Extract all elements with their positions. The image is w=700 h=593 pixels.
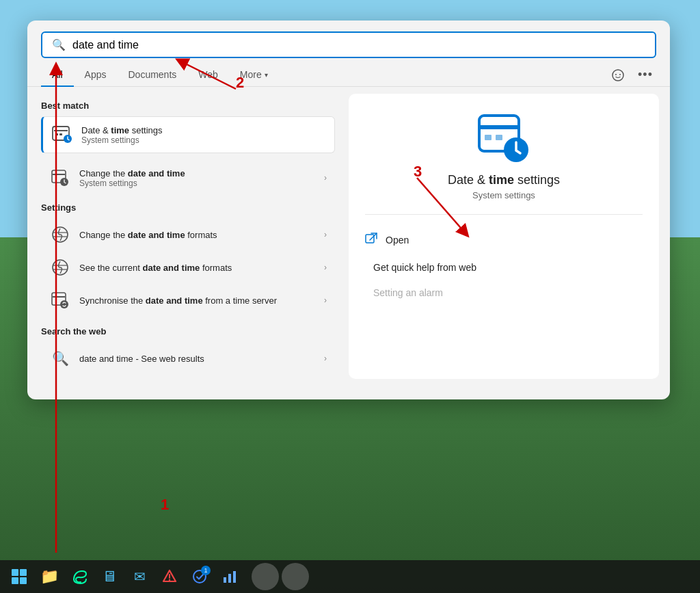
tab-all[interactable]: All [41,64,74,87]
web-search-chevron: › [324,354,327,363]
right-panel-subtitle: System settings [472,190,535,200]
taskbar-silhouettes [252,563,309,590]
git-icon [162,569,177,584]
svg-rect-25 [366,235,374,243]
performance-button[interactable] [216,563,243,590]
right-panel-header: Date & time settings System settings [365,110,643,215]
see-current-formats-title: See the current date and time formats [79,263,316,273]
synchronise-title: Synchronise the date and time from a tim… [79,295,316,306]
settings-heading: Settings [41,202,335,213]
svg-rect-34 [20,569,27,576]
feedback-icon-button[interactable] [607,64,629,86]
datetime-settings-icon [51,124,73,146]
datetime-icon-svg [51,124,73,146]
file-explorer-button[interactable]: 📁 [36,563,63,590]
svg-rect-33 [12,569,18,576]
silhouette-1 [252,563,279,590]
best-match-text: Date & time settings System settings [81,125,326,145]
synchronise-text: Synchronise the date and time from a tim… [79,295,316,306]
mail-button[interactable]: ✉ [126,563,153,590]
change-datetime-subtitle: System settings [79,179,316,188]
result-see-current-formats[interactable]: See the current date and time formats › [41,251,335,284]
best-match-title: Date & time settings [81,125,326,135]
search-box-wrapper: 🔍 [27,21,670,58]
svg-rect-6 [59,133,62,135]
todo-button[interactable]: 1 [186,563,213,590]
action-alarm: Setting an alarm [365,280,643,306]
search-magnifier-icon: 🔍 [52,38,66,51]
tab-apps[interactable]: Apps [74,64,118,87]
search-input[interactable] [72,39,645,51]
action-open[interactable]: Open [365,226,643,255]
more-options-button[interactable]: ••• [634,64,656,86]
main-content: Best match Date & time settings Sy [27,87,670,386]
see-current-formats-chevron: › [324,263,327,272]
svg-point-19 [60,300,68,308]
see-current-formats-icon [49,256,71,278]
result-synchronise[interactable]: Synchronise the date and time from a tim… [41,284,335,317]
change-datetime-chevron: › [324,173,327,183]
result-web-search[interactable]: 🔍 date and time - See web results › [41,342,335,375]
right-panel-big-icon [476,110,531,165]
svg-rect-4 [54,130,68,131]
change-datetime-icon [49,167,71,189]
git-button[interactable] [156,563,183,590]
svg-point-2 [619,74,621,75]
search-panel: 🔍 All Apps Documents Web More ▾ [27,21,670,399]
best-match-heading: Best match [41,101,335,111]
tabs-right-icons: ••• [607,64,656,86]
silhouette-2 [282,563,309,590]
action-web-help[interactable]: Get quick help from web [365,255,643,280]
svg-point-39 [169,579,170,581]
alarm-label: Setting an alarm [373,287,443,298]
tab-more[interactable]: More ▾ [229,64,279,87]
change-formats-chevron: › [324,230,327,239]
svg-rect-5 [55,133,58,135]
svg-rect-21 [479,125,519,129]
best-match-subtitle: System settings [81,135,326,145]
more-chevron-icon: ▾ [265,71,268,79]
svg-rect-43 [233,571,236,583]
windows-logo-icon [11,568,27,585]
svg-rect-18 [53,296,65,298]
web-search-text: date and time - See web results [79,354,316,364]
svg-rect-22 [485,135,492,140]
best-match-item-datetime-settings[interactable]: Date & time settings System settings [41,116,335,153]
performance-icon [222,569,237,584]
svg-point-1 [615,74,617,75]
tab-documents[interactable]: Documents [117,64,187,87]
synchronise-chevron: › [324,295,327,305]
mail-icon: ✉ [134,568,146,585]
web-search-title: date and time - See web results [79,354,316,364]
synchronise-icon [49,289,71,311]
change-datetime-text: Change the date and time System settings [79,168,316,188]
change-formats-title: Change the date and time formats [79,230,316,240]
left-panel: Best match Date & time settings Sy [27,87,349,386]
svg-rect-35 [12,577,18,584]
svg-rect-42 [228,574,231,583]
open-icon [365,233,377,248]
right-panel-title: Date & time settings [448,173,560,187]
ellipsis-icon: ••• [638,68,653,82]
change-formats-text: Change the date and time formats [79,230,316,240]
web-help-label: Get quick help from web [373,262,476,273]
search-box: 🔍 [41,31,656,58]
web-search-heading: Search the web [41,326,335,337]
svg-rect-36 [20,577,27,584]
start-button[interactable] [5,563,33,590]
edge-button[interactable] [66,563,93,590]
taskbar: 📁 🖥 ✉ 1 [0,560,700,593]
tab-web[interactable]: Web [187,64,229,87]
result-change-formats[interactable]: Change the date and time formats › [41,218,335,251]
folder-icon: 📁 [40,568,59,585]
result-change-datetime[interactable]: Change the date and time System settings… [41,161,335,194]
monitor-icon: 🖥 [102,568,117,585]
open-label: Open [386,235,409,246]
tabs-bar: All Apps Documents Web More ▾ [27,58,670,87]
see-current-formats-text: See the current date and time formats [79,263,316,273]
change-datetime-title: Change the date and time [79,168,316,179]
svg-rect-9 [53,174,65,175]
edge-icon [71,568,88,585]
svg-point-0 [612,70,623,81]
monitor-button[interactable]: 🖥 [96,563,123,590]
